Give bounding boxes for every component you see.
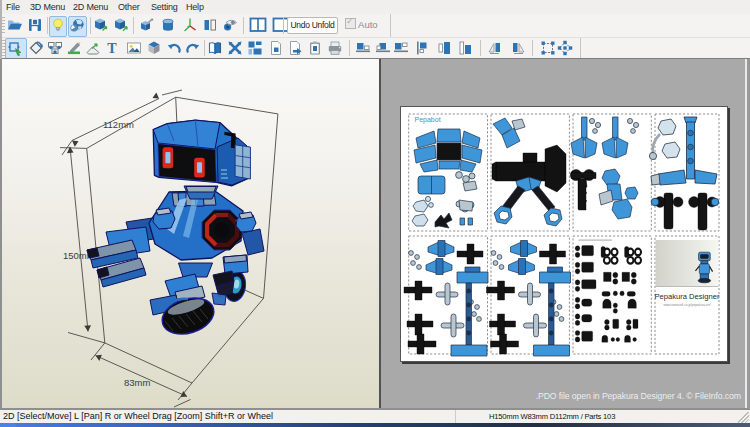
svg-text:Pepakura Designer: Pepakura Designer bbox=[654, 292, 719, 301]
svg-text:83mm: 83mm bbox=[124, 377, 150, 388]
svg-text:T: T bbox=[107, 41, 117, 56]
svg-text:112mm: 112mm bbox=[103, 119, 134, 130]
svg-text:Pepabot: Pepabot bbox=[415, 116, 441, 124]
svg-text:www.tamasoft.co.jp/pepakura-en: www.tamasoft.co.jp/pepakura-en/ bbox=[663, 303, 710, 307]
